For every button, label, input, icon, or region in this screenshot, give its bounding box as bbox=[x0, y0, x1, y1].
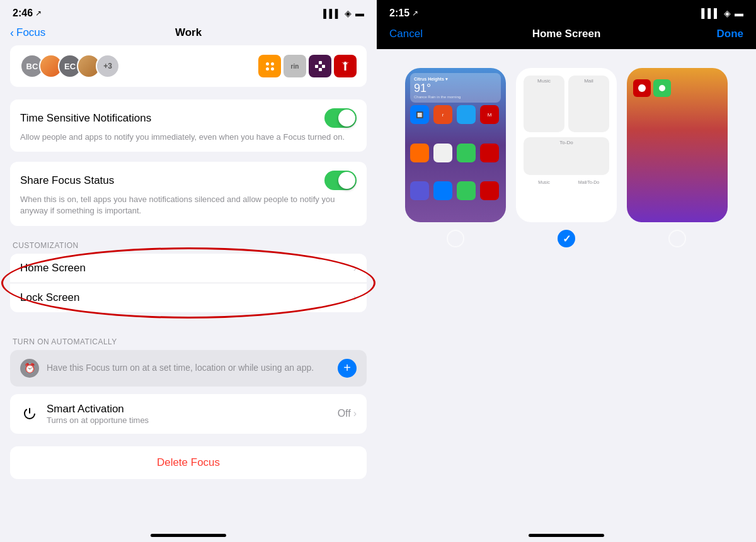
left-nav-title: Work bbox=[175, 26, 202, 39]
mini-app-4: M bbox=[480, 105, 499, 124]
minimal-apps-row bbox=[633, 79, 671, 97]
mini-app-5 bbox=[410, 144, 429, 162]
mini-app-12 bbox=[480, 181, 499, 200]
home-screen-label: Home Screen bbox=[20, 262, 86, 274]
smart-activation-value: Off › bbox=[338, 408, 357, 419]
preview-3-selection[interactable] bbox=[668, 230, 686, 247]
wifi-icon: ◈ bbox=[345, 8, 352, 18]
customization-section-label: CUSTOMIZATION bbox=[10, 236, 367, 254]
mini-app-11 bbox=[457, 181, 476, 200]
lock-screen-menu-item[interactable]: Lock Screen › bbox=[10, 283, 367, 312]
weather-widget: Citrus Heights ▾ 91° Chance Rain in the … bbox=[410, 73, 501, 103]
bottom-label-row: Music Mail/To-Do bbox=[524, 180, 609, 184]
svg-rect-3 bbox=[319, 68, 322, 71]
time-sensitive-toggle[interactable] bbox=[324, 108, 357, 128]
left-status-bar: 2:46 ↗ ▌▌▌ ◈ ▬ bbox=[0, 0, 377, 21]
mini-app-2: r bbox=[433, 105, 452, 124]
app-icons-row: rin bbox=[258, 55, 357, 77]
right-nav-bar: Cancel Home Screen Done bbox=[377, 21, 756, 49]
blank-widget-2: Mail bbox=[568, 76, 609, 132]
home-screen-menu-item[interactable]: Home Screen › bbox=[10, 254, 367, 283]
mini-app-3 bbox=[457, 105, 476, 124]
left-nav-bar: ‹ Focus Work bbox=[0, 21, 377, 45]
blank-widgets-content: Music Mail To-Do Music Mail/To-Do bbox=[516, 68, 617, 222]
auto-card-text: Have this Focus turn on at a set time, l… bbox=[47, 362, 314, 375]
svg-point-7 bbox=[659, 85, 665, 91]
blank-widgets-preview[interactable]: Music Mail To-Do Music Mail/To-Do bbox=[516, 68, 617, 247]
right-wifi-icon: ◈ bbox=[724, 8, 731, 18]
app-grid-screen: Citrus Heights ▾ 91° Chance Rain in the … bbox=[405, 68, 506, 222]
smart-activation-chevron-icon: › bbox=[353, 408, 357, 419]
mini-app-6 bbox=[433, 144, 452, 162]
left-home-indicator bbox=[0, 521, 377, 542]
lock-screen-chevron-icon: › bbox=[353, 292, 357, 303]
preview-1-selection[interactable] bbox=[447, 230, 464, 247]
add-trigger-button[interactable]: + bbox=[338, 359, 357, 378]
reminders-app-icon bbox=[258, 55, 281, 77]
lock-screen-label: Lock Screen bbox=[20, 291, 80, 304]
mini-app-7 bbox=[457, 144, 476, 162]
slack-app-icon bbox=[309, 55, 331, 77]
smart-activation-title: Smart Activation bbox=[47, 403, 149, 415]
done-button[interactable]: Done bbox=[717, 28, 744, 40]
time-sensitive-toggle-row: Time Sensitive Notifications bbox=[20, 108, 357, 128]
signal-icon: ▌▌▌ bbox=[323, 9, 341, 18]
clock-icon: ⏰ bbox=[20, 359, 39, 378]
battery-icon: ▬ bbox=[355, 8, 364, 18]
time-sensitive-card: Time Sensitive Notifications Allow peopl… bbox=[10, 99, 367, 152]
mini-app-8 bbox=[480, 144, 499, 162]
blank-widgets-screen: Music Mail To-Do Music Mail/To-Do bbox=[516, 68, 617, 222]
right-battery-icon: ▬ bbox=[735, 8, 743, 18]
ring-app-icon: rin bbox=[284, 55, 306, 77]
check-icon: ✓ bbox=[563, 233, 571, 245]
smart-activation-card[interactable]: Smart Activation Turns on at opportune t… bbox=[10, 394, 367, 434]
left-content-area: BC EC +3 rin bbox=[0, 45, 377, 521]
time-sensitive-desc: Allow people and apps to notify you imme… bbox=[20, 132, 357, 143]
toggle-knob bbox=[338, 110, 355, 127]
blank-widget-3: To-Do bbox=[524, 137, 609, 175]
delete-focus-card[interactable]: Delete Focus bbox=[10, 446, 367, 479]
minimal-app-2 bbox=[653, 79, 671, 97]
share-focus-card: Share Focus Status When this is on, tell… bbox=[10, 162, 367, 225]
mini-app-10 bbox=[433, 181, 452, 200]
smart-activation-left: Smart Activation Turns on at opportune t… bbox=[20, 403, 149, 425]
share-focus-toggle[interactable] bbox=[324, 171, 357, 190]
minimal-preview[interactable] bbox=[627, 68, 728, 247]
app-grid-preview[interactable]: Citrus Heights ▾ 91° Chance Rain in the … bbox=[405, 68, 506, 247]
minimal-content bbox=[627, 68, 728, 222]
left-time: 2:46 bbox=[13, 8, 33, 19]
svg-point-6 bbox=[638, 84, 646, 92]
top-widget-row: Music Mail bbox=[524, 76, 609, 132]
right-home-bar bbox=[529, 534, 604, 537]
minimal-app-1 bbox=[633, 79, 651, 97]
cancel-button[interactable]: Cancel bbox=[389, 28, 423, 40]
homescreen-options-area: Citrus Heights ▾ 91° Chance Rain in the … bbox=[377, 49, 756, 521]
right-home-indicator bbox=[377, 521, 756, 542]
left-status-icons: ▌▌▌ ◈ ▬ bbox=[323, 8, 364, 18]
back-label: Focus bbox=[16, 26, 45, 39]
left-home-bar bbox=[151, 534, 226, 537]
share-focus-label: Share Focus Status bbox=[20, 174, 114, 187]
right-signal-icon: ▌▌▌ bbox=[701, 8, 720, 18]
right-location-icon: ↗ bbox=[412, 9, 418, 18]
power-icon bbox=[20, 404, 39, 423]
auto-trigger-card: ⏰ Have this Focus turn on at a set time,… bbox=[10, 350, 367, 387]
left-phone-panel: 2:46 ↗ ▌▌▌ ◈ ▬ ‹ Focus Work BC EC +3 bbox=[0, 0, 377, 542]
right-status-icons: ▌▌▌ ◈ ▬ bbox=[701, 8, 743, 18]
svg-rect-1 bbox=[319, 61, 322, 64]
svg-rect-0 bbox=[315, 65, 318, 68]
smart-activation-sub: Turns on at opportune times bbox=[47, 415, 149, 425]
customization-menu-card: Home Screen › Lock Screen › bbox=[10, 254, 367, 312]
tesla-app-icon bbox=[334, 55, 357, 77]
svg-rect-2 bbox=[322, 65, 325, 68]
app-grid: 🔲 r M bbox=[410, 105, 501, 217]
preview-2-selection[interactable]: ✓ bbox=[558, 230, 575, 247]
delete-focus-label: Delete Focus bbox=[157, 456, 220, 468]
contacts-apps-card: BC EC +3 rin bbox=[10, 45, 367, 87]
share-focus-desc: When this is on, tell apps you have noti… bbox=[20, 194, 357, 217]
blank-widget-1: Music bbox=[524, 76, 564, 132]
mini-app-9 bbox=[410, 181, 429, 200]
turn-on-auto-label: TURN ON AUTOMATICALLY bbox=[10, 327, 367, 350]
focus-back-button[interactable]: ‹ Focus bbox=[10, 26, 45, 40]
smart-activation-text: Smart Activation Turns on at opportune t… bbox=[47, 403, 149, 425]
